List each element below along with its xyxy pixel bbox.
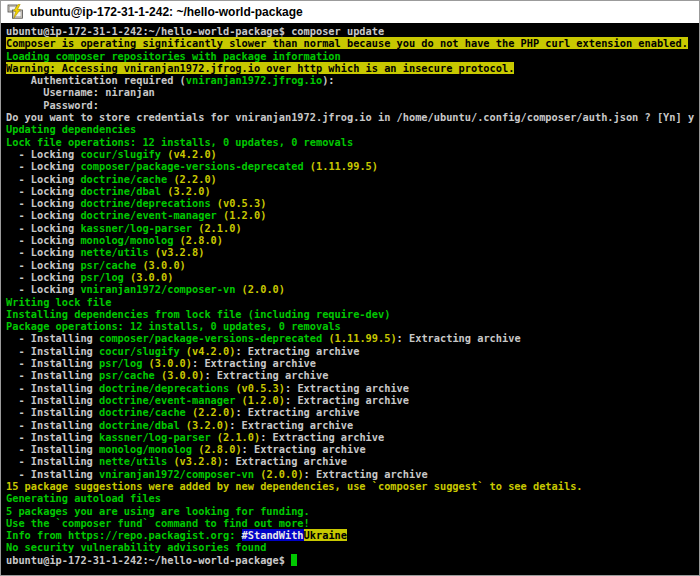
terminal-line: - Installing vniranjan1972/composer-vn (… — [6, 468, 699, 480]
terminal-line: ubuntu@ip-172-31-1-242:~/hello-world-pac… — [6, 554, 699, 566]
terminal-text-segment: - Installing — [6, 345, 99, 357]
terminal-line: - Locking doctrine/cache (2.2.0) — [6, 173, 699, 185]
terminal-text-segment: (v3.2.8) — [173, 455, 223, 467]
terminal-line: - Locking kassner/log-parser (2.1.0) — [6, 222, 699, 234]
terminal-cursor — [291, 554, 297, 566]
terminal-text-segment: (2.2.0) — [173, 173, 216, 185]
terminal-text-segment: vniranjan1972/composer-vn — [99, 468, 254, 480]
terminal-line: - Installing doctrine/dbal (3.2.0): Extr… — [6, 419, 699, 431]
terminal-line: Info from https://repo.packagist.org: #S… — [6, 529, 699, 541]
terminal-text-segment: (2.0.0) — [260, 468, 303, 480]
terminal-line: Writing lock file — [6, 296, 699, 308]
terminal-text-segment: cocur/slugify — [80, 148, 161, 160]
terminal-text-segment: Package operations: 12 installs, 0 updat… — [6, 320, 341, 332]
terminal-text-segment: - Locking — [6, 246, 80, 258]
terminal-text-segment: : Extracting archive — [223, 455, 347, 467]
terminal-text-segment: (1.11.99.5) — [310, 160, 378, 172]
terminal-line: Warning: Accessing vniranjan1972.jfrog.i… — [6, 62, 699, 74]
terminal-text-segment: vniranjan1972.jfrog.io — [186, 74, 322, 86]
title-bar[interactable]: ubuntu@ip-172-31-1-242: ~/hello-world-pa… — [1, 1, 699, 23]
terminal-text-segment: ): — [322, 74, 334, 86]
terminal-text-segment: (3.0.0) — [130, 271, 173, 283]
terminal-text-segment: - Installing — [6, 394, 99, 406]
terminal-text-segment: Authentication required ( — [6, 74, 186, 86]
putty-window: ubuntu@ip-172-31-1-242: ~/hello-world-pa… — [0, 0, 700, 576]
terminal-text-segment: nette/utils — [99, 455, 167, 467]
terminal-text-segment: - Locking — [6, 197, 80, 209]
terminal-line: Loading composer repositories with packa… — [6, 50, 699, 62]
terminal-text-segment: (v0.5.3) — [217, 197, 267, 209]
terminal-line: Package operations: 12 installs, 0 updat… — [6, 320, 699, 332]
terminal-text-segment: Generating autoload files — [6, 492, 161, 504]
terminal-text-segment: Warning: Accessing vniranjan1972.jfrog.i… — [6, 62, 514, 74]
terminal-text-segment: Loading composer repositories with packa… — [6, 50, 341, 62]
terminal-text-segment: monolog/monolog — [80, 234, 173, 246]
terminal-text-segment: : Extracting archive — [285, 382, 409, 394]
terminal-text-segment: - Installing — [6, 357, 99, 369]
terminal-text-segment: No security vulnerability advisories fou… — [6, 541, 266, 553]
terminal-text-segment: (1.2.0) — [223, 209, 266, 221]
terminal-text-segment: doctrine/event-manager — [99, 394, 235, 406]
terminal-line: No security vulnerability advisories fou… — [6, 541, 699, 553]
terminal-text-segment: : Extracting archive — [285, 394, 409, 406]
terminal-text-segment: (v4.2.0) — [186, 345, 236, 357]
terminal-text-segment: - Locking — [6, 148, 80, 160]
terminal-text-segment: psr/cache — [80, 259, 136, 271]
terminal-text-segment: - Locking — [6, 173, 80, 185]
terminal-text-segment: Installing dependencies from lock file (… — [6, 308, 390, 320]
terminal-text-segment: #StandWith — [242, 529, 304, 541]
terminal-text-segment: ubuntu@ip-172-31-1-242:~/hello-world-pac… — [6, 554, 291, 566]
terminal-text-segment: composer/package-versions-deprecated — [99, 332, 322, 344]
terminal-text-segment: (2.1.0) — [198, 222, 241, 234]
terminal-line: 15 package suggestions were added by new… — [6, 480, 699, 492]
terminal-text-segment: - Installing — [6, 419, 99, 431]
terminal-text-segment: (v4.2.0) — [167, 148, 217, 160]
terminal-text-segment: (3.0.0) — [142, 259, 185, 271]
terminal-line: - Locking nette/utils (v3.2.8) — [6, 246, 699, 258]
terminal-text-segment: - Installing — [6, 443, 99, 455]
putty-terminal-icon[interactable] — [7, 4, 23, 20]
terminal-text-segment: psr/log — [80, 271, 123, 283]
terminal-line: - Locking vniranjan1972/composer-vn (2.0… — [6, 283, 699, 295]
terminal-line: - Installing doctrine/deprecations (v0.5… — [6, 382, 699, 394]
terminal-text-segment: - Installing — [6, 406, 99, 418]
terminal-text-segment: Info from https://repo.packagist.org: — [6, 529, 242, 541]
terminal-screen[interactable]: ubuntu@ip-172-31-1-242:~/hello-world-pac… — [1, 23, 699, 575]
terminal-text-segment: 15 package suggestions were added by new… — [6, 480, 583, 492]
terminal-text-segment: - Locking — [6, 271, 80, 283]
terminal-text-segment: (2.8.0) — [198, 443, 241, 455]
terminal-text-segment: - Installing — [6, 431, 99, 443]
terminal-line: Installing dependencies from lock file (… — [6, 308, 699, 320]
terminal-text-segment: doctrine/cache — [99, 406, 186, 418]
terminal-text-segment: (v0.5.3) — [235, 382, 285, 394]
terminal-text-segment: - Locking — [6, 160, 80, 172]
terminal-text-segment: kassner/log-parser — [80, 222, 192, 234]
terminal-text-segment: : Extracting archive — [229, 419, 353, 431]
terminal-line: 5 packages you are using are looking for… — [6, 505, 699, 517]
terminal-text-segment: vniranjan1972/composer-vn — [80, 283, 235, 295]
terminal-text-segment: : Extracting archive — [235, 345, 359, 357]
terminal-text-segment: nette/utils — [80, 246, 148, 258]
terminal-text-segment: - Locking — [6, 283, 80, 295]
terminal-line: - Locking cocur/slugify (v4.2.0) — [6, 148, 699, 160]
terminal-line: ubuntu@ip-172-31-1-242:~/hello-world-pac… — [6, 25, 699, 37]
terminal-text-segment: - Locking — [6, 234, 80, 246]
terminal-line: Authentication required (vniranjan1972.j… — [6, 74, 699, 86]
terminal-line: - Installing cocur/slugify (v4.2.0): Ext… — [6, 345, 699, 357]
terminal-text-segment: - Installing — [6, 468, 99, 480]
terminal-line: Updating dependencies — [6, 123, 699, 135]
terminal-text-segment: : Extracting archive — [242, 443, 366, 455]
terminal-line: - Locking monolog/monolog (2.8.0) — [6, 234, 699, 246]
terminal-line: - Installing doctrine/cache (2.2.0): Ext… — [6, 406, 699, 418]
terminal-text-segment: Updating dependencies — [6, 123, 136, 135]
terminal-text-segment: cocur/slugify — [99, 345, 180, 357]
terminal-text-segment: Use the `composer fund` command to find … — [6, 517, 310, 529]
terminal-text-segment: Composer is operating significantly slow… — [6, 37, 688, 49]
terminal-line: Username: niranjan — [6, 86, 699, 98]
terminal-text-segment: (3.0.0) — [149, 357, 192, 369]
window-title: ubuntu@ip-172-31-1-242: ~/hello-world-pa… — [30, 5, 303, 19]
terminal-text-segment: (1.11.99.5) — [328, 332, 396, 344]
terminal-text-segment: - Installing — [6, 369, 99, 381]
terminal-text-segment: psr/cache — [99, 369, 155, 381]
terminal-text-segment: (v3.2.8) — [155, 246, 205, 258]
